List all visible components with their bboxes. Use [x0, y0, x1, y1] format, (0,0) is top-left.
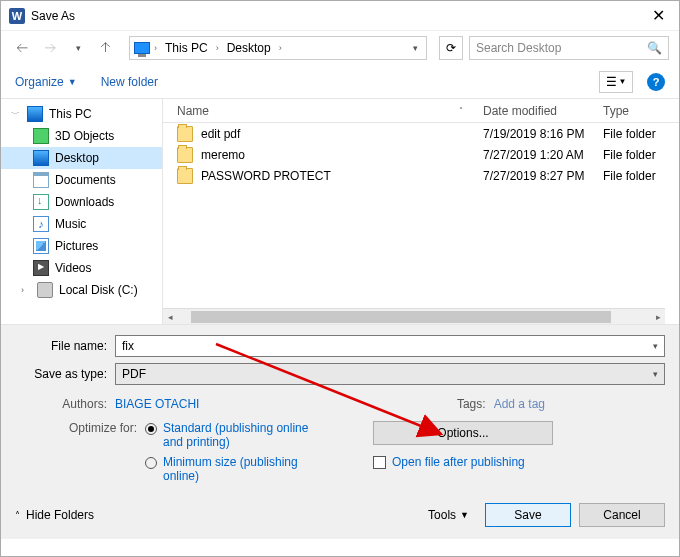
sidebar-item-label: Documents	[55, 173, 116, 187]
authors-value[interactable]: BIAGE OTACHI	[115, 397, 199, 411]
forward-button[interactable]: 🡢	[39, 37, 61, 59]
scroll-left-icon[interactable]: ◂	[163, 312, 177, 322]
column-name[interactable]: Name˄	[163, 104, 483, 118]
tools-dropdown[interactable]: Tools▼	[420, 504, 477, 526]
file-name: edit pdf	[201, 127, 240, 141]
view-icon: ☰	[606, 75, 617, 89]
file-type: File folder	[603, 169, 679, 183]
sidebar-item-label: Downloads	[55, 195, 114, 209]
file-date: 7/27/2019 8:27 PM	[483, 169, 603, 183]
breadcrumb-desktop[interactable]: Desktop	[223, 39, 275, 57]
downloads-icon	[33, 194, 49, 210]
sidebar-item-music[interactable]: Music	[1, 213, 162, 235]
expand-icon[interactable]: ﹀	[11, 108, 21, 121]
radio-minimum[interactable]: Minimum size (publishing online)	[145, 455, 313, 483]
radio-standard[interactable]: Standard (publishing online and printing…	[145, 421, 313, 449]
chevron-down-icon: ▼	[68, 77, 77, 87]
this-pc-icon	[27, 106, 43, 122]
sidebar-item-desktop[interactable]: Desktop	[1, 147, 162, 169]
sidebar-item-label: Desktop	[55, 151, 99, 165]
filename-input[interactable]: fix ▾	[115, 335, 665, 357]
file-date: 7/19/2019 8:16 PM	[483, 127, 603, 141]
file-type: File folder	[603, 148, 679, 162]
options-button[interactable]: Options...	[373, 421, 553, 445]
cancel-button[interactable]: Cancel	[579, 503, 665, 527]
sidebar-item-label: Local Disk (C:)	[59, 283, 138, 297]
chevron-down-icon[interactable]: ▾	[653, 369, 658, 379]
chevron-down-icon[interactable]: ▾	[653, 341, 658, 351]
sidebar-item-documents[interactable]: Documents	[1, 169, 162, 191]
file-name: PASSWORD PROTECT	[201, 169, 331, 183]
music-icon	[33, 216, 49, 232]
file-row[interactable]: edit pdf 7/19/2019 8:16 PM File folder	[163, 123, 679, 144]
breadcrumb-this-pc[interactable]: This PC	[161, 39, 212, 57]
pc-icon	[134, 42, 150, 54]
sidebar-item-label: Music	[55, 217, 86, 231]
title-bar: W Save As ✕	[1, 1, 679, 31]
folder-icon	[177, 168, 193, 184]
folder-icon	[177, 126, 193, 142]
column-headers: Name˄ Date modified Type	[163, 99, 679, 123]
dialog-footer: ˄ Hide Folders Tools▼ Save Cancel	[15, 493, 665, 539]
address-dropdown-icon[interactable]: ▾	[409, 43, 422, 53]
navigation-pane: ﹀ This PC 3D Objects Desktop Documents D…	[1, 99, 163, 324]
new-folder-button[interactable]: New folder	[101, 75, 158, 89]
toolbar: Organize▼ New folder ☰▼ ?	[1, 65, 679, 99]
save-form: File name: fix ▾ Save as type: PDF ▾ Aut…	[1, 324, 679, 539]
refresh-button[interactable]: ⟳	[439, 36, 463, 60]
tags-value[interactable]: Add a tag	[494, 397, 545, 411]
sidebar-item-this-pc[interactable]: ﹀ This PC	[1, 103, 162, 125]
radio-icon	[145, 457, 157, 469]
desktop-icon	[33, 150, 49, 166]
sidebar-item-pictures[interactable]: Pictures	[1, 235, 162, 257]
open-after-checkbox[interactable]: Open file after publishing	[373, 455, 553, 469]
folder-icon	[177, 147, 193, 163]
disk-icon	[37, 282, 53, 298]
close-button[interactable]: ✕	[646, 6, 671, 25]
sidebar-item-3d-objects[interactable]: 3D Objects	[1, 125, 162, 147]
hide-folders-button[interactable]: ˄ Hide Folders	[15, 508, 94, 522]
expand-icon[interactable]: ›	[21, 285, 31, 295]
file-row[interactable]: meremo 7/27/2019 1:20 AM File folder	[163, 144, 679, 165]
sidebar-item-local-disk[interactable]: › Local Disk (C:)	[1, 279, 162, 301]
main-area: ﹀ This PC 3D Objects Desktop Documents D…	[1, 99, 679, 324]
up-button[interactable]: 🡡	[95, 37, 117, 59]
sidebar-item-label: Videos	[55, 261, 91, 275]
back-button[interactable]: 🡠	[11, 37, 33, 59]
search-placeholder: Search Desktop	[476, 41, 647, 55]
filename-label: File name:	[15, 339, 115, 353]
file-date: 7/27/2019 1:20 AM	[483, 148, 603, 162]
chevron-right-icon: ›	[214, 43, 221, 53]
scroll-thumb[interactable]	[191, 311, 611, 323]
column-date[interactable]: Date modified	[483, 104, 603, 118]
view-options-button[interactable]: ☰▼	[599, 71, 633, 93]
scroll-right-icon[interactable]: ▸	[651, 312, 665, 322]
tags-label: Tags:	[434, 397, 494, 411]
sidebar-item-downloads[interactable]: Downloads	[1, 191, 162, 213]
search-input[interactable]: Search Desktop 🔍	[469, 36, 669, 60]
recent-dropdown-icon[interactable]: ▾	[67, 37, 89, 59]
column-type[interactable]: Type	[603, 104, 679, 118]
address-bar[interactable]: › This PC › Desktop › ▾	[129, 36, 427, 60]
sidebar-item-label: This PC	[49, 107, 92, 121]
pictures-icon	[33, 238, 49, 254]
radio-label: Standard (publishing online and printing…	[163, 421, 313, 449]
window-title: Save As	[31, 9, 646, 23]
checkbox-icon	[373, 456, 386, 469]
chevron-down-icon: ▼	[460, 510, 469, 520]
horizontal-scrollbar[interactable]: ◂ ▸	[163, 308, 665, 324]
documents-icon	[33, 172, 49, 188]
help-button[interactable]: ?	[647, 73, 665, 91]
optimize-radio-group: Standard (publishing online and printing…	[145, 421, 313, 483]
authors-label: Authors:	[15, 397, 115, 411]
save-as-type-dropdown[interactable]: PDF ▾	[115, 363, 665, 385]
word-app-icon: W	[9, 8, 25, 24]
file-row[interactable]: PASSWORD PROTECT 7/27/2019 8:27 PM File …	[163, 165, 679, 186]
nav-row: 🡠 🡢 ▾ 🡡 › This PC › Desktop › ▾ ⟳ Search…	[1, 31, 679, 65]
save-as-type-label: Save as type:	[15, 367, 115, 381]
chevron-up-icon: ˄	[15, 510, 20, 521]
sidebar-item-videos[interactable]: Videos	[1, 257, 162, 279]
organize-button[interactable]: Organize▼	[15, 75, 77, 89]
file-name: meremo	[201, 148, 245, 162]
save-button[interactable]: Save	[485, 503, 571, 527]
